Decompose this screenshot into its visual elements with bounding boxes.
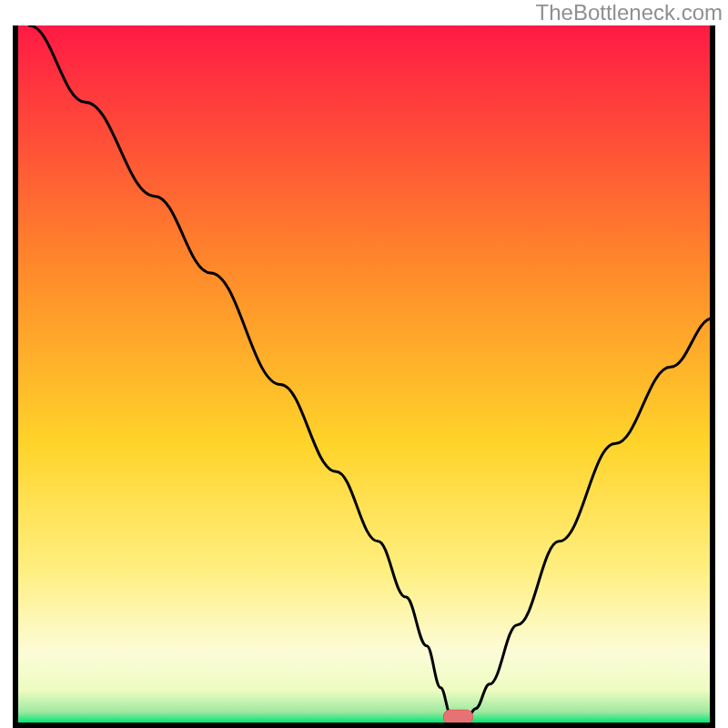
chart-frame: TheBottleneck.com: [0, 0, 728, 728]
minimum-marker: [443, 710, 472, 723]
bottleneck-chart: [13, 25, 715, 728]
gradient-fill: [15, 25, 713, 723]
watermark-text: TheBottleneck.com: [536, 0, 723, 25]
